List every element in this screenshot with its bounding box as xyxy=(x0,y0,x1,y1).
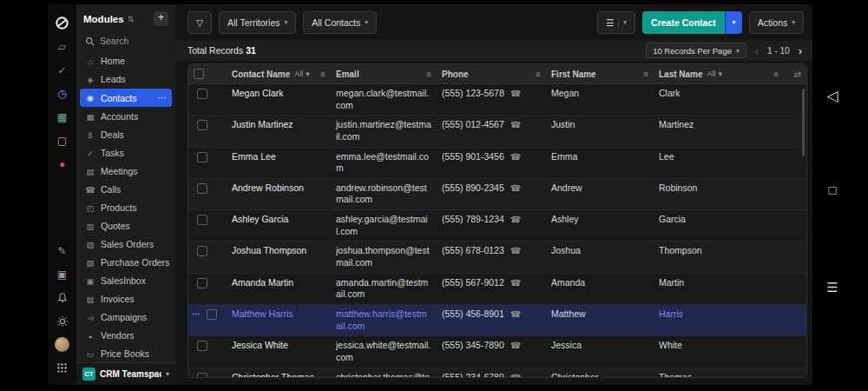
row-checkbox[interactable] xyxy=(197,278,207,288)
row-checkbox[interactable] xyxy=(197,152,207,162)
contact-name-cell[interactable]: Joshua Thompson xyxy=(227,242,331,272)
sidebar-item-campaigns[interactable]: ◅ Campaigns xyxy=(80,308,172,326)
nav-recents-button[interactable]: □ xyxy=(812,182,852,197)
phone-call-icon[interactable]: ☎ xyxy=(510,182,521,194)
phone-call-icon[interactable]: ☎ xyxy=(510,308,521,320)
sidebar-item-tasks[interactable]: ✓ Tasks xyxy=(80,144,172,162)
phone-call-icon[interactable]: ☎ xyxy=(510,340,521,351)
create-contact-dropdown[interactable]: ▾ xyxy=(725,11,742,34)
sidebar-item-deals[interactable]: $ Deals xyxy=(80,126,172,143)
table-row[interactable]: Emma Lee emma.lee@testmail.com (555) 901… xyxy=(188,148,806,179)
table-row[interactable]: Justin Martinez justin.martinez@testmail… xyxy=(188,116,806,147)
row-more-icon[interactable]: ⋯ xyxy=(192,308,201,320)
territories-dropdown[interactable]: All Territories ▾ xyxy=(219,11,296,34)
email-cell[interactable]: christopher.thomas@testmail.com xyxy=(331,368,437,377)
column-menu-icon[interactable]: ≡ xyxy=(426,70,431,79)
compose-edit-icon[interactable]: ✎ xyxy=(48,239,76,262)
table-row[interactable]: Ashley Garcia ashley.garcia@testmail.com… xyxy=(188,210,806,242)
app-grid-icon[interactable] xyxy=(48,356,76,380)
manage-columns-icon[interactable]: ⇄ xyxy=(794,70,801,79)
row-checkbox[interactable] xyxy=(197,373,207,377)
teamspace-switcher[interactable]: CT CRM Teamspace ▾ xyxy=(76,362,175,385)
sidebar-item-products[interactable]: ◰ Products xyxy=(80,199,172,216)
table-row[interactable]: Amanda Martin amanda.martin@testmail.com… xyxy=(188,274,806,305)
column-menu-icon[interactable]: ≡ xyxy=(536,70,541,79)
sidebar-item-quotes[interactable]: ▥ Quotes xyxy=(80,217,172,235)
contact-name-cell[interactable]: Jessica White xyxy=(227,336,331,367)
sidebar-item-salesinbox[interactable]: ▣ SalesInbox xyxy=(80,272,172,289)
prev-page-icon[interactable]: ‹ xyxy=(755,45,759,56)
row-checkbox[interactable] xyxy=(207,309,217,320)
nav-back-button[interactable]: ◁ xyxy=(812,87,852,105)
phone-call-icon[interactable]: ☎ xyxy=(510,245,521,256)
list-view-dropdown[interactable]: All Contacts ▾ xyxy=(303,11,377,34)
filter-button[interactable]: ▽ xyxy=(187,11,212,34)
sidebar-item-invoices[interactable]: ▤ Invoices xyxy=(80,290,172,308)
column-menu-icon[interactable]: ≡ xyxy=(643,70,648,79)
history-clock-icon[interactable]: ◷ xyxy=(48,82,76,105)
phone-call-icon[interactable]: ☎ xyxy=(510,119,521,130)
sidebar-item-vendors[interactable]: ◒ Vendors xyxy=(80,327,172,344)
table-row[interactable]: Megan Clark megan.clark@testmail.com (55… xyxy=(188,84,806,116)
contact-name-cell[interactable]: Emma Lee xyxy=(227,148,331,178)
table-row-selected[interactable]: ⋯ Matthew Harris matthew.harris@testmail… xyxy=(188,305,806,336)
table-row[interactable]: Jessica White jessica.white@testmail.com… xyxy=(188,336,806,368)
sidebar-item-calls[interactable]: ☎ Calls xyxy=(80,181,172,198)
records-per-page-dropdown[interactable]: 10 Records Per Page ▾ xyxy=(646,43,746,58)
row-checkbox[interactable] xyxy=(197,120,207,130)
contact-name-cell[interactable]: Megan Clark xyxy=(227,84,331,115)
email-cell[interactable]: ashley.garcia@testmail.com xyxy=(331,210,437,241)
row-checkbox[interactable] xyxy=(197,183,207,194)
email-cell[interactable]: jessica.white@testmail.com xyxy=(331,336,437,367)
email-cell[interactable]: amanda.martin@testmail.com xyxy=(331,274,437,304)
gear-icon[interactable] xyxy=(48,309,76,333)
next-page-icon[interactable]: › xyxy=(799,45,802,56)
sidebar-item-price-books[interactable]: ▭ Price Books xyxy=(80,345,172,362)
contact-name-cell[interactable]: Christopher Thomas xyxy=(227,368,331,377)
phone-call-icon[interactable]: ☎ xyxy=(510,372,521,377)
select-all-checkbox[interactable] xyxy=(194,69,204,79)
table-scrollbar[interactable] xyxy=(802,89,805,156)
sidebar-item-sales-orders[interactable]: ▧ Sales Orders xyxy=(80,235,172,253)
sidebar-item-accounts[interactable]: ▦ Accounts xyxy=(80,108,172,125)
column-filter-dropdown[interactable]: All ▾ xyxy=(707,70,723,78)
row-checkbox[interactable] xyxy=(197,341,207,351)
column-menu-icon[interactable]: ≡ xyxy=(773,70,779,79)
phone-call-icon[interactable]: ☎ xyxy=(510,88,521,99)
email-cell[interactable]: megan.clark@testmail.com xyxy=(331,84,437,115)
products-box-icon[interactable]: ▢ xyxy=(48,129,76,152)
user-avatar[interactable] xyxy=(48,333,76,356)
phone-call-icon[interactable]: ☎ xyxy=(510,277,521,288)
column-menu-icon[interactable]: ≡ xyxy=(320,70,326,79)
record-icon[interactable]: ● xyxy=(48,152,76,176)
row-checkbox[interactable] xyxy=(197,89,207,99)
contact-name-cell[interactable]: Matthew Harris xyxy=(227,305,331,335)
email-cell[interactable]: andrew.robinson@testmail.com xyxy=(331,179,437,209)
table-row[interactable]: Joshua Thompson joshua.thompson@testmail… xyxy=(188,242,806,273)
bell-icon[interactable] xyxy=(48,286,76,309)
calendar-icon[interactable]: ▦ xyxy=(48,105,76,129)
row-checkbox[interactable] xyxy=(197,246,207,256)
create-contact-button[interactable]: Create Contact xyxy=(642,11,725,34)
contacts-more-icon[interactable]: ⋯ xyxy=(157,92,167,103)
sidebar-search[interactable]: Search xyxy=(76,31,175,50)
folder-icon[interactable]: ▱ xyxy=(48,35,76,58)
add-module-button[interactable]: + xyxy=(154,11,168,26)
contact-name-cell[interactable]: Andrew Robinson xyxy=(227,179,331,209)
table-row[interactable]: Andrew Robinson andrew.robinson@testmail… xyxy=(188,179,806,210)
phone-call-icon[interactable]: ☎ xyxy=(510,214,521,225)
contact-name-cell[interactable]: Justin Martinez xyxy=(227,116,331,146)
sidebar-item-leads[interactable]: ◈ Leads xyxy=(80,70,172,88)
sort-modules-icon[interactable]: ⇅ xyxy=(128,15,135,23)
view-style-dropdown[interactable]: ☰ ▾ xyxy=(597,11,635,34)
table-row[interactable]: Christopher Thomas christopher.thomas@te… xyxy=(188,368,806,377)
contact-name-cell[interactable]: Amanda Martin xyxy=(227,274,331,304)
tasks-check-icon[interactable]: ✓ xyxy=(48,58,76,82)
contact-name-cell[interactable]: Ashley Garcia xyxy=(227,210,331,241)
phone-call-icon[interactable]: ☎ xyxy=(510,151,521,162)
column-filter-dropdown[interactable]: All ▾ xyxy=(294,70,310,78)
email-cell[interactable]: emma.lee@testmail.com xyxy=(331,148,437,178)
sidebar-item-contacts[interactable]: ◉ Contacts ⋯ xyxy=(80,89,172,107)
sidebar-item-meetings[interactable]: ▤ Meetings xyxy=(80,162,172,180)
sidebar-item-home[interactable]: ⌂ Home xyxy=(80,52,172,70)
